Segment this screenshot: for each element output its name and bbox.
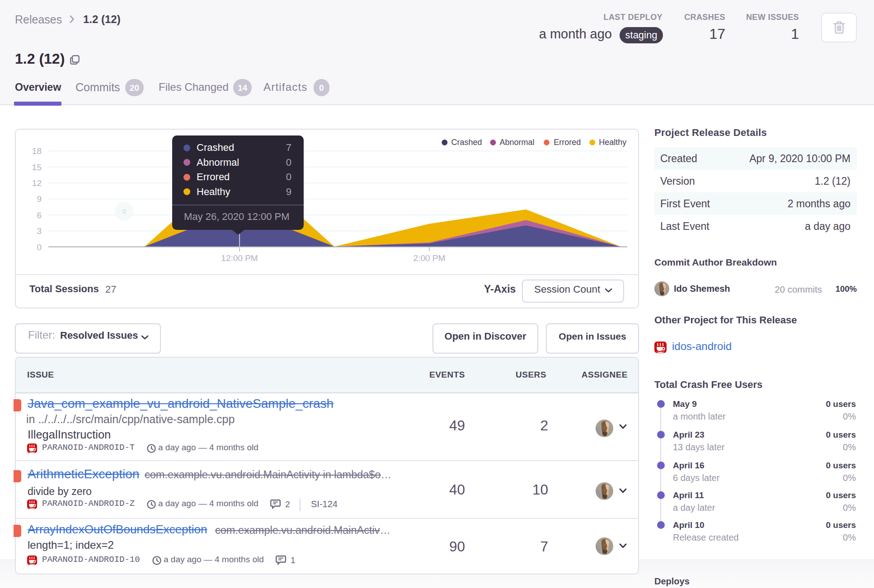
svg-text:Healthy: Healthy xyxy=(599,138,626,147)
svg-text:12: 12 xyxy=(32,178,42,188)
svg-text:2:00 PM: 2:00 PM xyxy=(414,253,446,263)
svg-text:0: 0 xyxy=(122,208,126,215)
svg-text:Crashed: Crashed xyxy=(451,138,482,147)
svg-text:3: 3 xyxy=(37,226,42,236)
svg-text:Errored: Errored xyxy=(554,138,581,147)
svg-text:0: 0 xyxy=(37,243,42,252)
svg-text:6: 6 xyxy=(37,210,42,220)
svg-text:Abnormal: Abnormal xyxy=(499,138,534,147)
svg-text:12:00 PM: 12:00 PM xyxy=(221,253,258,263)
svg-text:9: 9 xyxy=(37,194,42,204)
svg-text:15: 15 xyxy=(32,163,42,172)
svg-text:18: 18 xyxy=(32,146,42,156)
